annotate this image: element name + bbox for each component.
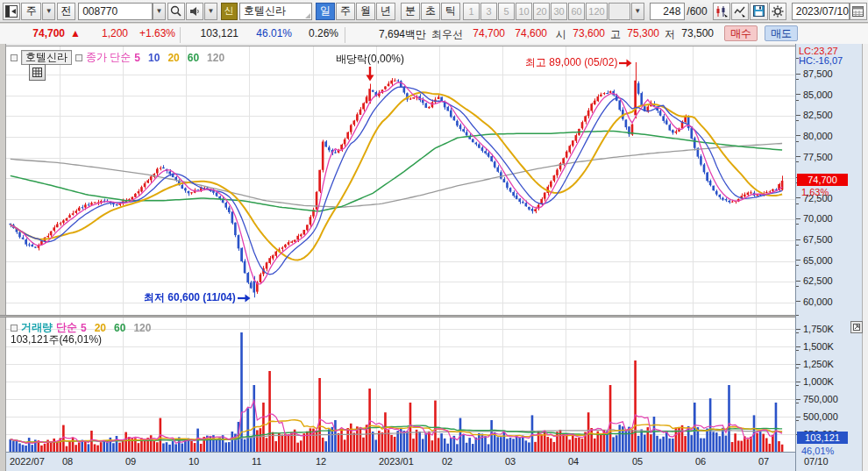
tab-unit-초[interactable]: 초 [421, 3, 440, 20]
extra-combo[interactable] [608, 3, 630, 20]
tab-unit-분[interactable]: 분 [401, 3, 420, 20]
turnover-pct: 0.26% [296, 27, 338, 39]
axis-tick: 87,500 [796, 68, 833, 79]
candle-tool-icon[interactable] [713, 3, 730, 20]
axis-minor-tick [796, 120, 801, 121]
sell-button[interactable]: 매도 [765, 25, 798, 41]
extra-combo-dropdown[interactable]: ▼ [631, 3, 644, 20]
shin-badge: 신 [221, 3, 238, 20]
left-border-strip [0, 44, 6, 471]
x-axis-label-09: 09 [125, 456, 136, 467]
low-price: 73,500 [675, 27, 714, 39]
pane-collapse-button[interactable] [850, 321, 863, 333]
period-combo-dropdown[interactable]: ▼ [42, 3, 55, 20]
axis-tick: 60,000 [796, 296, 833, 307]
axis-minor-tick [796, 368, 801, 368]
bar-count-input[interactable]: 248 [650, 3, 686, 20]
axis-minor-tick [796, 224, 801, 225]
current-price-tag: 74,700 [797, 174, 848, 186]
tab-period-월[interactable]: 월 [356, 3, 375, 20]
x-axis-label-12: 12 [316, 456, 326, 467]
resize-grip-icon[interactable] [305, 13, 310, 18]
chart-region: 호텔신라 종가 단순 5102060120 배당락(0,00%) 최고 89,0… [0, 44, 868, 471]
calendar-icon[interactable] [850, 3, 867, 20]
volume-ma-60: 60 [114, 322, 125, 334]
minute-button-1[interactable]: 1 [463, 3, 480, 20]
period-combo-value[interactable]: 주 [21, 3, 41, 20]
minute-button-group: 13510203060120 [463, 3, 608, 20]
axis-tick: 1,750K [796, 324, 834, 334]
axis-tick: 85,000 [796, 89, 833, 100]
jeon-button[interactable]: 전 [57, 3, 75, 20]
line-tool-icon[interactable] [731, 3, 749, 20]
minute-button-30[interactable]: 30 [551, 3, 567, 20]
axis-tick: 1,500K [796, 341, 834, 352]
x-axis-label-04: 04 [568, 456, 579, 467]
up-arrow-icon: ▲ [70, 27, 81, 39]
current-volume-pct: 46,01% [801, 446, 834, 456]
best-ask: 74,700 [466, 27, 505, 39]
axis-tick: 62,500 [796, 275, 833, 286]
axis-minor-tick [796, 315, 801, 316]
axis-minor-tick [796, 350, 801, 351]
code-input[interactable]: 008770 [78, 3, 153, 20]
legend-checkbox-icon[interactable] [11, 54, 18, 61]
speaker-icon[interactable] [186, 3, 203, 20]
x-axis-label-2023-01: 2023/01 [379, 456, 414, 467]
minute-button-20[interactable]: 20 [533, 3, 550, 20]
volume-info: 103,121주(46,01%) [11, 332, 102, 347]
price-ma-labels: 5102060120 [134, 52, 224, 64]
tab-period-일[interactable]: 일 [316, 3, 335, 20]
price-change: 1,200 [86, 27, 128, 39]
axis-tick: 70,000 [796, 213, 833, 224]
volume-chart-canvas[interactable] [6, 318, 795, 452]
hc-change-label: HC:-16,07 [799, 55, 843, 66]
stock-name-field[interactable]: 호텔신라 [239, 3, 312, 20]
new-window-icon[interactable] [3, 3, 20, 20]
axis-tick: 67,500 [796, 234, 833, 245]
tab-period-년[interactable]: 년 [376, 3, 395, 20]
best-bid: 74,600 [509, 27, 547, 39]
buy-button[interactable]: 매수 [724, 25, 758, 41]
trade-value: 7,694백만 [349, 27, 426, 42]
price-ma-60: 60 [188, 52, 199, 64]
minute-button-10[interactable]: 10 [516, 3, 532, 20]
x-axis-label-05: 05 [632, 456, 643, 467]
axis-tick: 77,500 [796, 152, 833, 162]
save-icon[interactable] [750, 3, 767, 20]
minute-button-60[interactable]: 60 [568, 3, 585, 20]
unit-tab-group: 분초틱 [401, 3, 461, 20]
axis-minor-tick [796, 265, 801, 266]
axis-tick: 500,000 [796, 411, 838, 422]
axis-minor-tick [796, 79, 801, 80]
price-chart-canvas[interactable] [6, 46, 795, 316]
gear-icon[interactable] [769, 3, 786, 20]
tab-unit-틱[interactable]: 틱 [441, 3, 460, 20]
x-axis-label-02: 02 [442, 456, 452, 467]
y-axis-column[interactable]: LC:23,27 HC:-16,07 74,700 1,63% 103,121 … [795, 44, 862, 471]
price-pane: 호텔신라 종가 단순 5102060120 배당락(0,00%) 최고 89,0… [6, 46, 795, 316]
minute-button-120[interactable]: 120 [586, 3, 608, 20]
date-input[interactable]: 2023/07/10 [792, 3, 850, 20]
open-price: 73,600 [566, 27, 605, 39]
code-dropdown[interactable]: ▼ [153, 3, 166, 20]
scrollbar-strip[interactable] [862, 44, 868, 471]
speaker-dropdown[interactable]: ▼ [204, 3, 217, 20]
data-table-button[interactable] [29, 64, 46, 81]
current-price: 74,700 [11, 27, 65, 39]
x-axis-last-date: 07/10 [804, 456, 829, 467]
stock-name: 호텔신라 [244, 4, 286, 18]
legend-checkbox-icon[interactable] [11, 325, 18, 332]
legend-stock-name[interactable]: 호텔신라 [21, 50, 72, 65]
x-axis-label-07: 07 [758, 456, 769, 467]
current-price-pct: 1,63% [801, 187, 829, 197]
search-icon[interactable] [167, 3, 185, 20]
minute-button-5[interactable]: 5 [498, 3, 515, 20]
minute-button-3[interactable]: 3 [480, 3, 497, 20]
tab-period-주[interactable]: 주 [336, 3, 355, 20]
low-label: 저 [665, 27, 675, 42]
chart-window: 주 ▼ 전 008770 ▼ ▼ 신 호텔신라 일주월년 분초틱 1351020… [0, 0, 868, 471]
axis-tick: 82,500 [796, 110, 833, 120]
legend-checkbox-icon[interactable] [75, 54, 82, 61]
x-axis-label-10: 10 [189, 456, 199, 467]
